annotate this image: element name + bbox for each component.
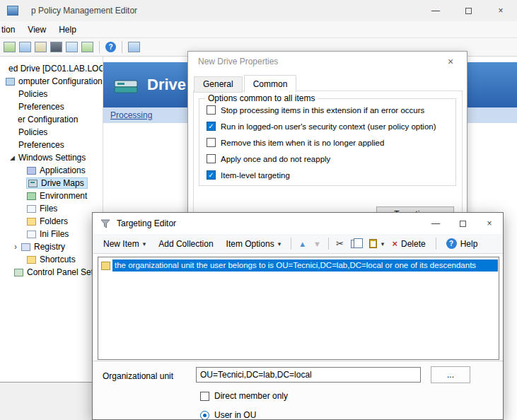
targeting-titlebar: Targeting Editor — ×: [93, 213, 503, 234]
remove-when-not-applied-checkbox[interactable]: [207, 138, 216, 147]
cut-icon[interactable]: ✂: [334, 238, 346, 249]
refresh-icon[interactable]: [81, 42, 93, 52]
move-up-icon[interactable]: ▲: [296, 240, 308, 248]
close-button[interactable]: ×: [484, 0, 517, 21]
delete-button[interactable]: ×Delete: [387, 236, 430, 251]
computer-icon: [6, 78, 15, 86]
help-icon[interactable]: ?: [105, 42, 116, 52]
targeting-minimize-button[interactable]: —: [422, 213, 449, 234]
props-tab-strip: General Common: [194, 75, 298, 93]
user-in-ou-radio[interactable]: [200, 411, 209, 420]
window-titlebar: p Policy Management Editor — ×: [0, 0, 517, 21]
tree-item-folders[interactable]: Folders: [0, 215, 103, 228]
tree-item-policies-user[interactable]: Policies: [0, 126, 103, 139]
files-icon: [27, 205, 36, 213]
ini-files-icon: [27, 231, 36, 238]
expanded-arrow-icon[interactable]: ◢: [10, 154, 15, 161]
environment-icon: [27, 192, 36, 200]
bottom-strip: [0, 383, 93, 420]
targeting-editor-dialog: Targeting Editor — × New Item▾ Add Colle…: [92, 212, 504, 420]
run-in-user-context-checkbox[interactable]: ✓: [207, 122, 216, 131]
organizational-unit-input[interactable]: [196, 367, 421, 383]
console-window-icon[interactable]: [19, 42, 31, 52]
organizational-unit-label: Organizational unit: [103, 371, 173, 381]
paste-icon[interactable]: [369, 239, 377, 248]
maximize-icon: [465, 8, 472, 14]
props-close-button[interactable]: ×: [437, 52, 464, 71]
tree-item-applications[interactable]: Applications: [0, 164, 103, 177]
console-tree-icon[interactable]: [128, 42, 140, 52]
new-item-button[interactable]: New Item▾: [98, 237, 151, 251]
targeting-maximize-icon: [460, 221, 466, 227]
tree-item-preferences-user[interactable]: Preferences: [0, 139, 103, 151]
chevron-down-icon: ▾: [278, 240, 281, 247]
window-title: p Policy Management Editor: [31, 6, 137, 16]
tree-item-computer-configuration[interactable]: omputer Configuration: [0, 75, 103, 88]
targeting-detail-panel: Organizational unit ... Direct member on…: [93, 361, 503, 420]
drive-maps-header-icon: [113, 75, 140, 95]
tree-item-policies[interactable]: Policies: [0, 88, 103, 100]
tree-item-environment[interactable]: Environment: [0, 189, 103, 202]
tree-item-control-panel-settings[interactable]: Control Panel Sett: [0, 266, 103, 279]
item-level-targeting-row: ✓ Item-level targeting: [199, 167, 455, 183]
tree-item-windows-settings[interactable]: ◢Windows Settings: [0, 151, 103, 164]
tree-item-preferences[interactable]: Preferences: [0, 100, 103, 113]
remove-when-not-applied-row: Remove this item when it is no longer ap…: [199, 134, 455, 151]
tree-item-mapped-drive-root[interactable]: ed Drive [DC01.LAB.LOCA: [0, 62, 103, 75]
tree-item-ini-files[interactable]: Ini Files: [0, 228, 103, 240]
options-group-title: Options common to all items: [205, 93, 318, 103]
item-level-targeting-checkbox[interactable]: ✓: [207, 170, 216, 180]
tab-common[interactable]: Common: [244, 75, 297, 93]
props-dialog-title: New Drive Properties: [198, 57, 278, 66]
selected-tree-item: Drive Maps: [26, 177, 88, 189]
control-panel-icon: [14, 269, 23, 276]
processing-link[interactable]: Processing: [110, 110, 152, 120]
menu-bar: tion View Help: [0, 21, 517, 38]
targeting-items-list[interactable]: the organizational unit the user belongs…: [98, 257, 499, 360]
item-options-button[interactable]: Item Options▾: [221, 237, 286, 251]
props-dialog-titlebar: New Drive Properties ×: [188, 52, 467, 71]
add-collection-button[interactable]: Add Collection: [153, 237, 218, 251]
toolbar-separator: [328, 238, 329, 250]
toolbar-separator: [436, 238, 436, 250]
direct-member-checkbox[interactable]: [200, 392, 209, 401]
clipboard-icon[interactable]: [35, 42, 47, 52]
run-in-user-context-row: ✓ Run in logged-on user's security conte…: [199, 118, 455, 134]
menu-view[interactable]: View: [21, 25, 52, 35]
help-button[interactable]: ?Help: [441, 236, 483, 251]
maximize-button[interactable]: [452, 0, 484, 21]
chevron-down-icon: ▾: [143, 240, 146, 247]
menu-help[interactable]: Help: [52, 25, 83, 35]
apply-once-checkbox[interactable]: [207, 154, 216, 163]
targeting-maximize-button[interactable]: [449, 213, 476, 234]
targeting-window-controls: — ×: [422, 213, 503, 234]
targeting-toolbar: New Item▾ Add Collection Item Options▾ ▲…: [93, 234, 503, 254]
tree-item-shortcuts[interactable]: Shortcuts: [0, 253, 103, 266]
targeting-close-button[interactable]: ×: [476, 213, 503, 234]
tree-item-user-configuration[interactable]: er Configuration: [0, 113, 103, 126]
print-icon[interactable]: [50, 42, 62, 52]
export-list-icon[interactable]: [4, 42, 16, 52]
targeting-item-row[interactable]: the organizational unit the user belongs…: [99, 259, 498, 272]
funnel-icon: [100, 218, 111, 229]
minimize-button[interactable]: —: [419, 0, 452, 21]
tab-general[interactable]: General: [194, 76, 243, 93]
common-tab-panel: Options common to all items Stop process…: [193, 91, 463, 225]
browse-ou-button[interactable]: ...: [431, 366, 470, 383]
copy-icon[interactable]: [351, 240, 359, 248]
folder-icon: [27, 218, 36, 226]
tree-item-drive-maps[interactable]: Drive Maps: [0, 177, 103, 189]
targeting-title: Targeting Editor: [117, 218, 176, 228]
properties-icon[interactable]: [66, 42, 78, 52]
collapsed-arrow-icon[interactable]: ›: [14, 242, 17, 252]
direct-member-row: Direct member only: [200, 391, 288, 401]
menu-action[interactable]: tion: [0, 25, 21, 35]
paste-dropdown-icon[interactable]: ▾: [381, 240, 385, 247]
tree-item-registry[interactable]: ›Registry: [0, 240, 103, 253]
stop-processing-checkbox[interactable]: [207, 105, 216, 115]
user-in-ou-row: User in OU: [200, 410, 256, 420]
toolbar-separator: [99, 41, 100, 53]
shortcuts-icon: [27, 256, 36, 264]
console-tree: ed Drive [DC01.LAB.LOCA omputer Configur…: [0, 58, 103, 382]
tree-item-files[interactable]: Files: [0, 202, 103, 215]
